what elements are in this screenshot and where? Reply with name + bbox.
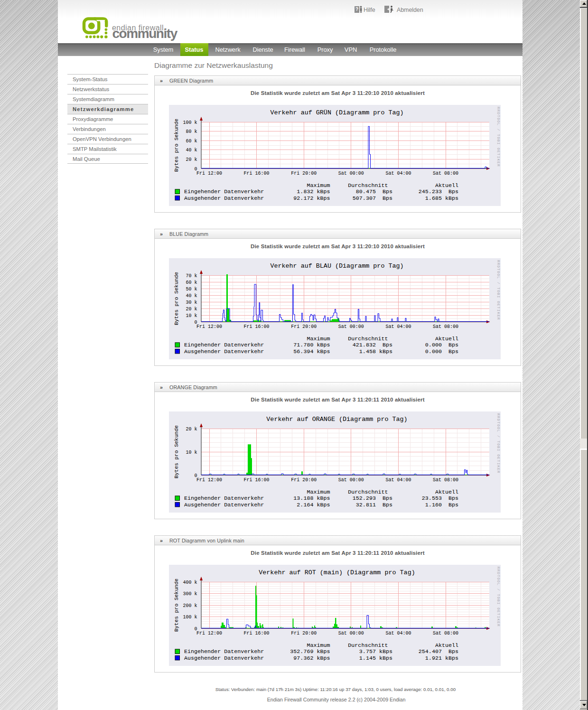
svg-text:152.293 Bps: 152.293 Bps [353,495,392,502]
svg-text:1.145 kBps: 1.145 kBps [359,655,392,662]
svg-text:Sat 08:00: Sat 08:00 [433,477,458,483]
svg-text:Fri 16:00: Fri 16:00 [244,324,270,329]
svg-text:Eingehender Datenverkehr: Eingehender Datenverkehr [184,342,264,348]
svg-text:71.780 kBps: 71.780 kBps [293,342,330,348]
svg-text:Fri 20:00: Fri 20:00 [291,631,317,636]
svg-text:Fri 12:00: Fri 12:00 [196,324,222,329]
svg-text:32.811 Bps: 32.811 Bps [356,502,392,508]
svg-text:Sat 08:00: Sat 08:00 [433,171,458,176]
svg-text:40 k: 40 k [186,293,197,299]
svg-text:100 k: 100 k [183,615,197,620]
svg-text:Bytes pro Sekunde: Bytes pro Sekunde [174,119,179,172]
svg-text:Fri 20:00: Fri 20:00 [291,171,317,176]
svg-text:Maximum: Maximum [307,336,330,342]
svg-text:Bytes pro Sekunde: Bytes pro Sekunde [174,425,179,478]
svg-text:10 k: 10 k [186,450,197,455]
svg-text:400 k: 400 k [183,580,197,585]
svg-text:Fri 12:00: Fri 12:00 [196,477,222,483]
svg-text:Fri 12:00: Fri 12:00 [196,171,222,176]
svg-text:20 k: 20 k [186,427,197,432]
svg-text:Aktuell: Aktuell [435,182,458,189]
svg-text:Durchschnitt: Durchschnitt [348,489,388,495]
svg-text:Durchschnitt: Durchschnitt [348,336,388,342]
svg-text:0.000 Bps: 0.000 Bps [425,348,458,355]
svg-text:Ausgehender Datenverkehr: Ausgehender Datenverkehr [184,348,264,355]
svg-text:3.757 kBps: 3.757 kBps [359,648,392,655]
svg-text:Sat 00:00: Sat 00:00 [338,631,364,636]
svg-text:Fri 16:00: Fri 16:00 [244,477,270,483]
svg-text:Verkehr auf BLAU (Diagramm pro: Verkehr auf BLAU (Diagramm pro Tag) [270,262,403,270]
svg-text:80.475 Bps: 80.475 Bps [356,188,392,195]
svg-text:Aktuell: Aktuell [435,489,458,495]
svg-text:Sat 04:00: Sat 04:00 [385,324,411,329]
svg-text:56.394 kBps: 56.394 kBps [293,348,330,355]
svg-text:Fri 16:00: Fri 16:00 [244,171,270,176]
svg-text:Maximum: Maximum [307,182,330,189]
svg-text:254.407 Bps: 254.407 Bps [419,648,458,655]
svg-text:Sat 00:00: Sat 00:00 [338,324,364,329]
svg-text:Sat 04:00: Sat 04:00 [385,477,411,483]
svg-text:Maximum: Maximum [307,489,330,495]
svg-text:300 k: 300 k [183,591,197,597]
svg-text:Sat 04:00: Sat 04:00 [385,631,411,636]
svg-text:Ausgehender Datenverkehr: Ausgehender Datenverkehr [184,502,264,508]
svg-text:Sat 08:00: Sat 08:00 [433,324,458,329]
svg-text:Fri 20:00: Fri 20:00 [291,477,317,483]
svg-text:Ausgehender Datenverkehr: Ausgehender Datenverkehr [184,655,264,662]
svg-text:1.160 Bps: 1.160 Bps [425,502,458,508]
svg-text:245.233 Bps: 245.233 Bps [419,188,458,195]
svg-text:0.000 Bps: 0.000 Bps [425,342,458,348]
svg-text:Bytes pro Sekunde: Bytes pro Sekunde [174,579,179,632]
svg-text:Fri 12:00: Fri 12:00 [196,631,222,636]
svg-text:Fri 20:00: Fri 20:00 [291,324,317,329]
svg-text:Durchschnitt: Durchschnitt [348,642,388,649]
svg-text:RRDTOOL / TOBI OETIKER: RRDTOOL / TOBI OETIKER [496,567,500,627]
svg-text:80 k: 80 k [186,129,197,134]
svg-text:100 k: 100 k [183,120,197,125]
svg-text:RRDTOOL / TOBI OETIKER: RRDTOOL / TOBI OETIKER [496,260,500,320]
svg-text:60 k: 60 k [186,139,197,144]
svg-text:92.172 kBps: 92.172 kBps [293,195,330,202]
svg-text:Verkehr auf ORANGE (Diagramm p: Verkehr auf ORANGE (Diagramm pro Tag) [266,416,407,423]
svg-text:421.832 Bps: 421.832 Bps [353,342,392,348]
svg-text:Sat 08:00: Sat 08:00 [433,631,458,636]
svg-text:Verkehr auf GRÜN (Diagramm pro: Verkehr auf GRÜN (Diagramm pro Tag) [270,109,403,116]
svg-text:20 k: 20 k [186,157,197,162]
svg-text:Aktuell: Aktuell [435,642,458,649]
svg-text:70 k: 70 k [186,273,197,279]
svg-text:Ausgehender Datenverkehr: Ausgehender Datenverkehr [184,195,264,202]
svg-text:Sat 00:00: Sat 00:00 [338,477,364,483]
svg-text:40 k: 40 k [186,148,197,153]
svg-text:Eingehender Datenverkehr: Eingehender Datenverkehr [184,495,264,502]
svg-text:2.164 kBps: 2.164 kBps [297,502,330,508]
svg-text:Eingehender Datenverkehr: Eingehender Datenverkehr [184,648,264,655]
svg-text:97.362 kBps: 97.362 kBps [293,655,330,662]
svg-text:Sat 00:00: Sat 00:00 [338,171,364,176]
svg-text:60 k: 60 k [186,280,197,285]
svg-text:Fri 16:00: Fri 16:00 [244,631,270,636]
svg-text:50 k: 50 k [186,287,197,292]
svg-text:13.188 kBps: 13.188 kBps [293,495,330,502]
svg-text:Durchschnitt: Durchschnitt [348,182,388,189]
svg-text:10 k: 10 k [186,313,197,318]
svg-text:Aktuell: Aktuell [435,336,458,342]
svg-text:Maximum: Maximum [307,642,330,649]
svg-text:?: ? [355,7,358,12]
svg-text:1.921 kBps: 1.921 kBps [425,655,458,662]
svg-text:Verkehr auf ROT (main) (Diagra: Verkehr auf ROT (main) (Diagramm pro Tag… [259,569,415,576]
svg-text:507.307 Bps: 507.307 Bps [353,195,392,202]
svg-text:1.685 kBps: 1.685 kBps [425,195,458,202]
svg-text:23.553 Bps: 23.553 Bps [422,495,458,502]
svg-text:20 k: 20 k [186,307,197,312]
svg-text:Bytes pro Sekunde: Bytes pro Sekunde [174,272,179,325]
svg-text:352.769 kBps: 352.769 kBps [290,648,330,655]
svg-text:200 k: 200 k [183,603,197,608]
svg-text:Eingehender Datenverkehr: Eingehender Datenverkehr [184,188,264,195]
svg-text:RRDTOOL / TOBI OETIKER: RRDTOOL / TOBI OETIKER [496,413,500,474]
svg-text:RRDTOOL / TOBI OETIKER: RRDTOOL / TOBI OETIKER [496,107,500,167]
svg-text:1.832 kBps: 1.832 kBps [297,188,330,195]
svg-text:Sat 04:00: Sat 04:00 [385,171,411,176]
svg-text:30 k: 30 k [186,300,197,305]
svg-text:1.458 kBps: 1.458 kBps [359,348,392,355]
